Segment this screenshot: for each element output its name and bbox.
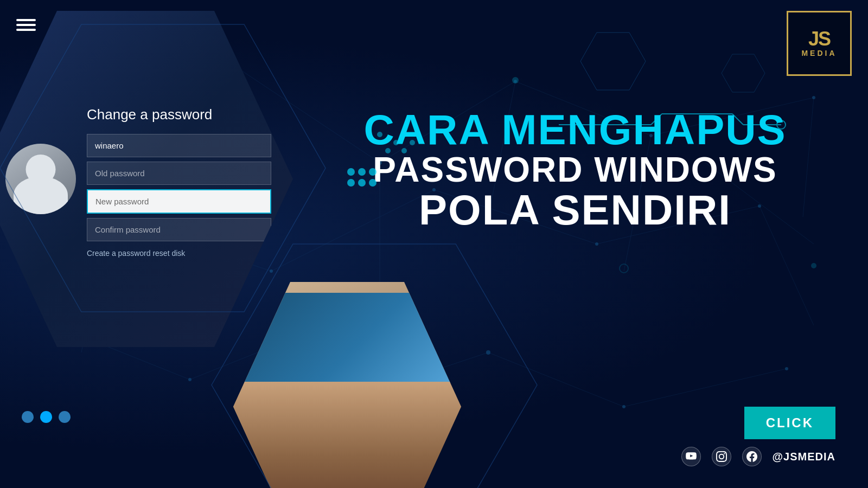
- dot-1[interactable]: [22, 411, 34, 423]
- laptop-scene: [233, 282, 461, 488]
- dot-3[interactable]: [59, 411, 71, 423]
- logo-media-text: MEDIA: [801, 49, 837, 57]
- menu-line-1: [16, 19, 36, 21]
- logo-container: JS MEDIA: [787, 11, 852, 76]
- old-password-input[interactable]: [87, 162, 271, 185]
- instagram-icon[interactable]: [712, 447, 731, 466]
- youtube-icon[interactable]: [681, 447, 701, 466]
- username-input[interactable]: [87, 134, 271, 157]
- title-line-1: CARA MENGHAPUS: [315, 108, 835, 151]
- hex-left-panel: Change a password Create a password rese…: [0, 11, 293, 347]
- avatar: [5, 144, 76, 214]
- main-content: JS MEDIA Change a password Create a pass…: [0, 0, 868, 488]
- teal-dot: [358, 168, 366, 176]
- svg-marker-55: [722, 54, 765, 92]
- menu-icon[interactable]: [16, 16, 36, 34]
- menu-line-2: [16, 24, 36, 26]
- new-password-input[interactable]: [87, 189, 271, 214]
- hands-area: [233, 382, 461, 488]
- form-title: Change a password: [87, 106, 271, 123]
- facebook-icon[interactable]: [742, 447, 762, 466]
- logo-js-text: JS: [808, 29, 830, 49]
- teal-dot: [358, 179, 366, 187]
- teal-dots-cluster: [347, 168, 376, 187]
- teal-dot: [369, 179, 376, 187]
- teal-dot: [347, 179, 355, 187]
- title-line-2: PASSWORD WINDOWS: [315, 151, 835, 189]
- teal-dot: [369, 168, 376, 176]
- windows-form: Change a password Create a password rese…: [87, 101, 271, 258]
- confirm-password-input[interactable]: [87, 218, 271, 241]
- teal-dot: [347, 168, 355, 176]
- avatar-head: [26, 155, 56, 184]
- main-title-block: CARA MENGHAPUS PASSWORD WINDOWS POLA SEN…: [315, 108, 835, 231]
- social-handle: @JSMEDIA: [773, 451, 835, 463]
- social-container: @JSMEDIA: [681, 447, 835, 466]
- menu-line-3: [16, 29, 36, 31]
- svg-marker-54: [580, 33, 646, 90]
- reset-disk-link[interactable]: Create a password reset disk: [87, 249, 271, 258]
- title-line-3: POLA SENDIRI: [315, 189, 835, 231]
- user-avatar-area: [5, 144, 76, 214]
- dot-2[interactable]: [40, 411, 52, 423]
- hex-laptop-panel: [233, 282, 461, 488]
- click-button[interactable]: CLiCK: [744, 407, 835, 439]
- pagination-dots: [22, 411, 71, 423]
